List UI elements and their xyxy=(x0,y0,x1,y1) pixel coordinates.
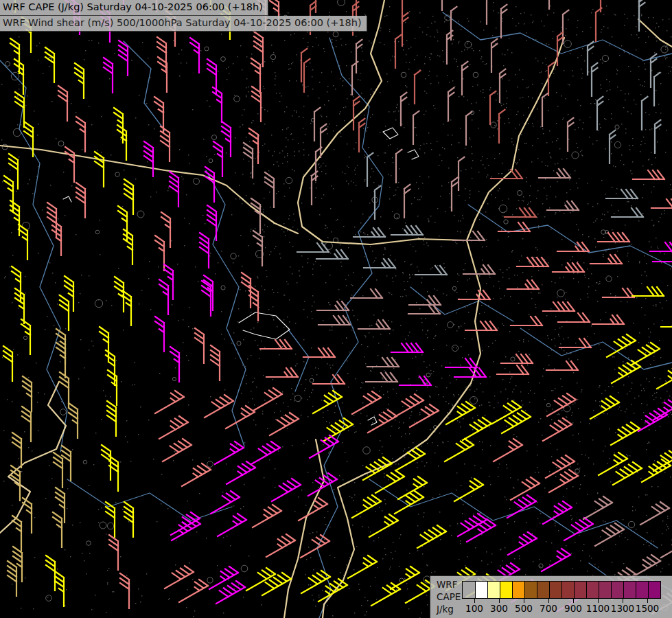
colorbar-cell xyxy=(648,582,660,598)
legend-units-label: J/kg xyxy=(437,603,461,615)
colorbar-cell xyxy=(500,582,512,598)
forecast-title-box: WRF CAPE (J/kg) Saturday 04-10-2025 06:0… xyxy=(0,0,367,32)
colorbar-cell xyxy=(586,582,599,598)
colorbar-cell xyxy=(549,582,561,598)
cape-colorbar xyxy=(462,581,661,599)
colorbar-cell xyxy=(537,582,549,598)
colorbar-cell xyxy=(611,582,623,598)
legend-title-block: WRF CAPE J/kg xyxy=(437,578,461,615)
colorbar-cell xyxy=(636,582,648,598)
wrf-map-canvas xyxy=(0,0,672,618)
weather-map-viewport: WRF CAPE (J/kg) Saturday 04-10-2025 06:0… xyxy=(0,0,672,618)
colorbar-cell xyxy=(512,582,524,598)
colorbar-cell xyxy=(561,582,574,598)
windshear-title-line: WRF Wind shear (m/s) 500/1000hPa Saturda… xyxy=(0,16,367,32)
colorbar-cell xyxy=(463,582,475,598)
colorbar-cell xyxy=(574,582,586,598)
colorbar-cell xyxy=(524,582,537,598)
colorbar-tick-label: 1500 xyxy=(632,603,662,614)
legend-model-label: WRF xyxy=(437,578,461,591)
colorbar-cell xyxy=(623,582,636,598)
cape-legend: WRF CAPE J/kg 10030050070090011001300150… xyxy=(430,575,672,618)
legend-parameter-label: CAPE xyxy=(437,591,461,603)
colorbar-cell xyxy=(487,582,500,598)
cape-title-line: WRF CAPE (J/kg) Saturday 04-10-2025 06:0… xyxy=(0,0,268,16)
colorbar-cell xyxy=(475,582,487,598)
colorbar-cell xyxy=(599,582,611,598)
